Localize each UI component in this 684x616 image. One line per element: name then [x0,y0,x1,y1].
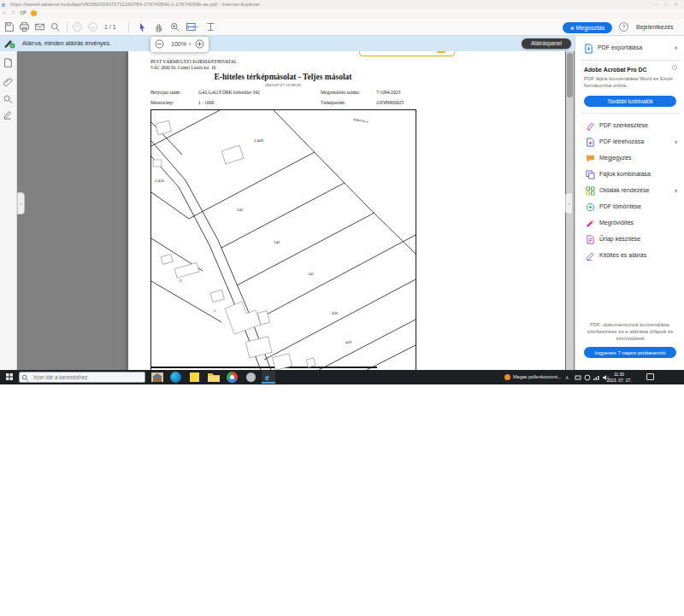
tool-chevron-icon[interactable]: ∨ [675,138,678,144]
fit-width-button[interactable] [186,21,198,33]
blank-area [0,384,684,616]
doc-office-address: VÁC 2600 Dr. Csányi László krt. 16. [150,65,216,70]
settings-gear-icon[interactable] [20,9,28,15]
pollen-weather-icon[interactable] [504,374,510,380]
start-button[interactable] [0,370,19,384]
weather-widget-label[interactable]: Magas pollenkoncent... [513,374,561,379]
map-settlement-boundary [274,110,416,254]
zoom-in-button[interactable] [195,39,204,49]
tool-label: Űrlap készítése [599,236,640,242]
taskbar-search-box[interactable] [19,372,145,383]
chrome-icon[interactable] [226,371,239,384]
free-trial-button[interactable]: Ingyenes 7 napos próbaverzió [584,347,676,358]
acrobat-toolbar: 1 / 1 ⊕ Megosztás ? Bejelentkezés [0,19,684,36]
doc-datetime: 2023.07.27 11:29:52 [150,83,416,87]
collapse-chevron-icon[interactable]: ∧ [675,44,678,50]
signature-message: Aláírva, minden aláírás érvényes. [22,40,111,46]
edge-icon[interactable] [169,371,183,384]
page-thumbnails-icon[interactable] [3,58,15,70]
tray-device-icon[interactable] [575,374,581,381]
app-icon-generic[interactable] [245,371,258,384]
rail-search-icon[interactable] [3,94,15,106]
tool-label: Oldalak rendezése [599,187,649,193]
house-number-label: 5 [214,309,215,313]
toolbar-separator [67,22,68,32]
home-icon[interactable]: ⌂ [3,9,6,15]
signature-panel-button[interactable]: Aláíráspanel [522,38,571,49]
map-building [156,120,172,134]
pinned-app-icon[interactable] [150,371,164,384]
panel-footer-text: PDF -dokumentumok konvertálása, szerkesz… [581,321,680,342]
help-button[interactable]: ? [619,22,628,32]
signature-pen-icon [3,38,15,49]
share-button[interactable]: ⊕ Megosztás [563,22,612,33]
attachments-paperclip-icon[interactable] [3,77,15,89]
map-building [306,358,315,367]
learn-more-button[interactable]: További tudnivalók [584,96,676,107]
doc-office-name: PEST VÁRMEGYEI KORMÁNYHIVATAL [150,59,237,64]
search-input[interactable] [32,373,143,382]
zoom-in-tool-button[interactable] [169,21,182,33]
promo-dismiss-icon[interactable] [672,65,677,70]
reading-mode-button[interactable] [205,21,218,33]
maximize-button[interactable]: □ [664,2,670,7]
map-parcel-line [319,320,416,370]
zoom-out-button[interactable] [155,39,164,49]
cadastral-map: 2/409 2/420 343 342 341 430 429 Rákóczi … [150,109,416,370]
action-center-icon[interactable] [646,373,654,380]
tool-create-pdf[interactable]: PDF létrehozása ∨ [575,134,684,150]
file-explorer-icon[interactable] [207,371,221,384]
zoom-dropdown-caret-icon[interactable]: ∨ [188,41,192,46]
zoom-level-value[interactable]: 100% [171,41,186,47]
tool-redact[interactable]: Megrövidítés [575,215,684,232]
parcel-label: 2/409 [254,138,264,143]
scrollbar-thumb[interactable] [567,53,573,97]
search-icon[interactable] [50,21,62,33]
tool-fill-sign[interactable]: Kitöltés és aláírás [575,248,684,264]
tools-panel: PDF exportálása ∧ Adobe Acrobat Pro DC P… [575,36,684,370]
browser-favorites-bar: ⌂ ☆ [0,9,684,19]
tray-expand-chevron[interactable]: ∧ [565,374,569,380]
next-page-button[interactable] [87,21,100,33]
signatures-pen-icon[interactable] [3,109,15,121]
windows-taskbar: e Magas pollenkoncent... ∧ 11:30 2023. 0… [0,370,684,384]
close-button[interactable]: ✕ [674,2,681,7]
minimize-button[interactable]: ─ [654,2,660,7]
hand-tool-button[interactable] [153,21,166,33]
nav-panel-expand-handle[interactable]: › [17,192,25,214]
previous-page-button[interactable] [72,21,85,33]
document-viewport[interactable]: PEST VÁRMEGYEI KORMÁNYHIVATAL VÁC 2600 D… [17,51,575,370]
tool-chevron-icon[interactable]: ∨ [675,187,678,193]
tools-panel-collapse-handle[interactable]: ‹ [565,192,573,214]
save-file-button[interactable] [3,21,16,33]
create-pdf-icon [586,138,595,147]
tool-organize-pages[interactable]: Oldalak rendezése ∨ [575,183,684,199]
doc-field-value: 7/1094/2023 [376,90,400,95]
floating-zoom-control: 100% ∨ [150,37,209,52]
tool-prepare-form[interactable]: Űrlap készítése [575,232,684,248]
export-pdf-row[interactable]: PDF exportálása ∧ [575,41,684,56]
tool-edit-pdf[interactable]: PDF szerkesztése [575,118,684,134]
sticky-notes-icon[interactable] [188,371,202,384]
edit-pdf-icon [586,121,595,131]
taskbar-clock[interactable]: 11:30 2023. 07. 27. [598,372,640,383]
tool-combine-files[interactable]: Fájlok kombinálása [575,167,684,183]
parcel-label: 342 [274,240,280,244]
export-pdf-icon [584,44,593,54]
doc-field-label: Méretarány: [150,100,174,105]
print-button[interactable] [19,21,32,33]
internet-explorer-icon[interactable]: e [262,371,275,384]
parcel-label: 2/420 [155,179,165,183]
tool-comment[interactable]: Megjegyzés [575,150,684,167]
screen: e https://www4.takarnet.hu/tullap/V80582… [0,0,684,616]
favorites-star-icon[interactable]: ☆ [10,9,15,15]
tool-label: Megjegyzés [599,155,631,161]
map-building [174,262,199,278]
sign-in-link[interactable]: Bejelentkezés [636,24,674,30]
select-tool-button[interactable] [137,21,150,33]
map-building [161,255,173,265]
tray-shield-icon[interactable] [584,374,591,381]
tool-compress-pdf[interactable]: PDF tömörítése [575,199,684,215]
email-button[interactable] [34,21,47,33]
smiley-icon[interactable] [31,10,37,16]
